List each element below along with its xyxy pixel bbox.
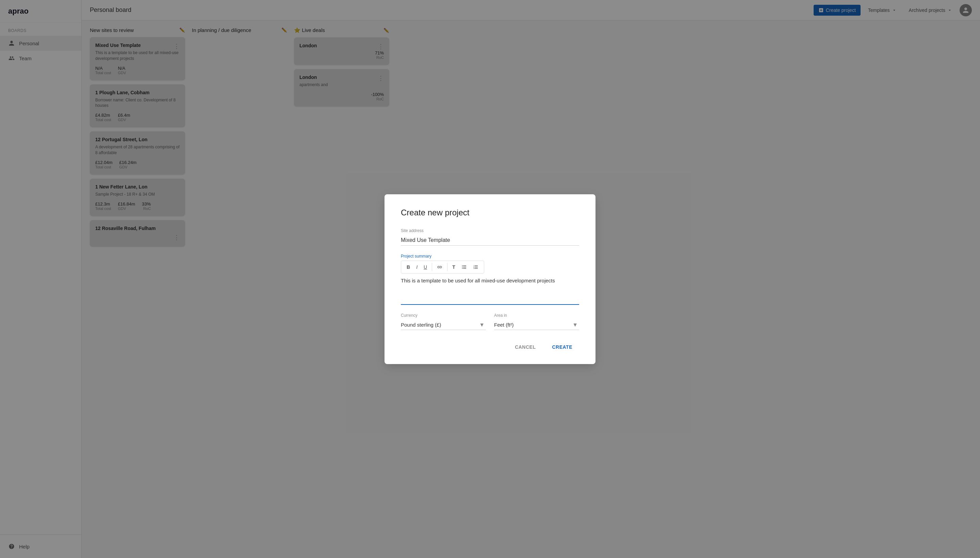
heading-button[interactable]: T [450,262,458,272]
project-summary-editor[interactable]: This is a template to be used for all mi… [401,277,579,305]
currency-group: Currency Pound sterling (£) US Dollar ($… [401,313,486,330]
cancel-button[interactable]: CANCEL [508,341,542,353]
area-label: Area in [494,313,579,318]
site-address-input[interactable] [401,235,579,246]
link-button[interactable] [434,262,445,272]
link-icon [437,264,442,270]
create-project-modal: Create new project Site address Project … [384,194,596,364]
modal-title: Create new project [401,208,579,217]
bold-button[interactable]: B [404,262,413,272]
underline-button[interactable]: U [421,262,430,272]
rte-divider-1 [432,263,432,271]
numbered-list-icon [473,264,478,270]
numbered-list-button[interactable] [470,262,481,272]
currency-label: Currency [401,313,486,318]
italic-button[interactable]: I [414,262,420,272]
area-select[interactable]: Feet (ft²) Metres (m²) [494,320,579,330]
modal-overlay[interactable]: Create new project Site address Project … [0,0,980,558]
project-summary-label: Project summary [401,254,579,259]
site-address-field: Site address [401,228,579,246]
bullet-list-icon [461,264,467,270]
currency-select[interactable]: Pound sterling (£) US Dollar ($) Euro (€… [401,320,486,330]
create-button[interactable]: CREATE [545,341,579,353]
rte-divider-2 [447,263,448,271]
bullet-list-button[interactable] [459,262,469,272]
project-summary-field: Project summary B I U T This is a templa… [401,254,579,305]
rte-toolbar: B I U T [401,261,484,274]
currency-select-wrap: Pound sterling (£) US Dollar ($) Euro (€… [401,320,486,330]
area-group: Area in Feet (ft²) Metres (m²) ▼ [494,313,579,330]
site-address-label: Site address [401,228,579,233]
form-row-selects: Currency Pound sterling (£) US Dollar ($… [401,313,579,330]
area-select-wrap: Feet (ft²) Metres (m²) ▼ [494,320,579,330]
modal-footer: CANCEL CREATE [401,341,579,353]
